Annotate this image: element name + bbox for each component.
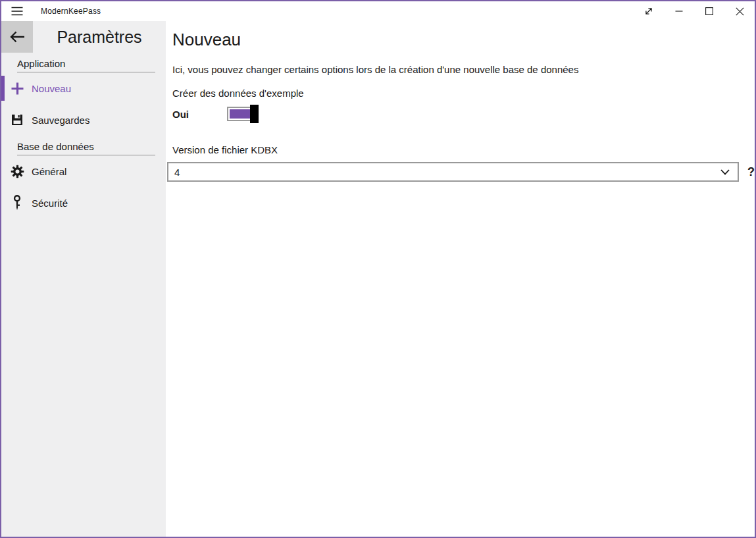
content-description: Ici, vous pouvez changer certains option… xyxy=(172,63,755,76)
kdbx-help-button[interactable]: ? xyxy=(747,165,755,179)
title-bar: ModernKeePass xyxy=(1,1,755,21)
kdbx-version-combobox[interactable]: 4 xyxy=(167,162,739,182)
combobox-selected-value: 4 xyxy=(174,167,720,178)
sidebar-item-sauvegardes[interactable]: Sauvegardes xyxy=(1,104,166,136)
minimize-icon xyxy=(675,7,683,15)
back-arrow-icon xyxy=(10,31,25,43)
plus-icon xyxy=(9,80,25,96)
save-icon xyxy=(9,112,25,128)
content-title: Nouveau xyxy=(172,29,755,50)
sample-data-toggle[interactable] xyxy=(227,107,259,121)
toggle-thumb[interactable] xyxy=(250,105,259,123)
close-button[interactable] xyxy=(724,1,755,21)
fullscreen-button[interactable] xyxy=(634,1,664,21)
window-title: ModernKeePass xyxy=(41,1,101,21)
titlebar-drag-region xyxy=(101,1,634,21)
sample-data-label: Créer des données d'exemple xyxy=(172,87,755,100)
section-header-base-de-donnees: Base de données xyxy=(17,141,155,155)
maximize-button[interactable] xyxy=(694,1,724,21)
sidebar-header: Paramètres xyxy=(1,21,166,53)
section-header-application: Application xyxy=(17,58,155,72)
sidebar-item-label: Sécurité xyxy=(32,198,68,209)
toggle-state-label: Oui xyxy=(172,109,227,120)
minimize-button[interactable] xyxy=(664,1,694,21)
sidebar-item-securite[interactable]: Sécurité xyxy=(1,187,166,219)
close-icon xyxy=(736,7,744,16)
sidebar-item-label: Sauvegardes xyxy=(32,115,89,126)
key-icon xyxy=(9,195,25,211)
kdbx-version-label: Version de fichier KDBX xyxy=(172,144,755,157)
sidebar-item-general[interactable]: Général xyxy=(1,155,166,187)
sidebar-item-label: Général xyxy=(32,166,66,177)
page-title-parametres: Paramètres xyxy=(33,21,166,53)
maximize-icon xyxy=(705,7,713,15)
back-button[interactable] xyxy=(1,21,33,53)
sidebar-item-label: Nouveau xyxy=(32,83,71,94)
sample-data-toggle-row: Oui xyxy=(172,104,755,124)
settings-content: Nouveau Ici, vous pouvez changer certain… xyxy=(166,21,755,537)
gear-icon xyxy=(9,163,25,179)
diagonal-resize-icon xyxy=(643,6,654,16)
modernkeepass-window: { "window": { "title": "ModernKeePass", … xyxy=(0,0,756,538)
hamburger-icon xyxy=(11,7,23,16)
hamburger-menu-button[interactable] xyxy=(1,1,33,21)
sidebar-item-nouveau[interactable]: Nouveau xyxy=(1,72,166,104)
kdbx-version-row: 4 ? xyxy=(172,162,755,182)
chevron-down-icon xyxy=(720,169,730,175)
settings-sidebar: Paramètres Application Nouveau Sauvegard… xyxy=(1,21,166,537)
app-body: Paramètres Application Nouveau Sauvegard… xyxy=(1,21,755,537)
